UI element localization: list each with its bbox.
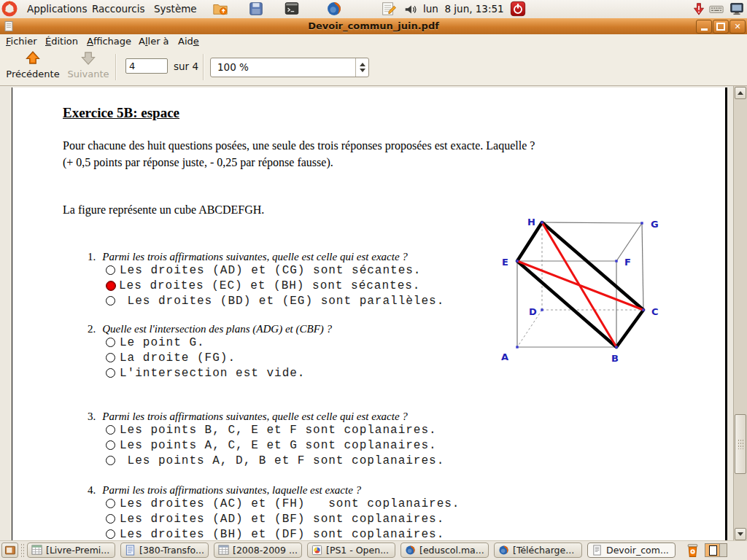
question-2: 2.Quelle est l'intersection des plans (A…	[88, 323, 332, 335]
pdf-document-icon	[592, 545, 603, 556]
taskbar-button-5[interactable]: [eduscol.ma...	[400, 542, 489, 558]
workspace-switcher[interactable]	[705, 543, 727, 557]
radio-button[interactable]	[106, 353, 115, 362]
notes-tray-icon[interactable]	[380, 1, 396, 17]
window-titlebar[interactable]: Devoir_commun_juin.pdf ✕	[0, 18, 747, 35]
vertex-label-A: A	[501, 351, 508, 362]
cube-red-diagonals	[517, 222, 643, 347]
vertical-scrollbar[interactable]	[733, 86, 747, 541]
zoom-spinner[interactable]	[355, 58, 368, 77]
window-title: Devoir_commun_juin.pdf	[0, 18, 747, 34]
cube-vertex-labels: A B C D E F G H	[501, 217, 659, 364]
workspace-window-thumbnail	[709, 545, 717, 556]
vertex-label-B: B	[611, 353, 619, 364]
save-floppy-launcher-icon[interactable]	[248, 1, 264, 17]
menu-edition[interactable]: Édition	[41, 34, 82, 49]
q4-option-3: Les droites (BH) et (DF) sont coplanaire…	[106, 528, 444, 540]
power-button-icon[interactable]	[510, 1, 526, 17]
menu-aller-a[interactable]: Aller à	[134, 34, 174, 49]
spreadsheet-icon	[31, 545, 42, 556]
firefox-icon	[498, 545, 509, 556]
taskbar-button-3[interactable]: [2008-2009 ...	[214, 542, 302, 558]
arrow-up-icon	[25, 56, 41, 67]
menubar: Fichier Édition Affichage Aller à Aide	[0, 34, 747, 50]
toolbar-separator	[203, 54, 204, 80]
clock[interactable]: lun 8 jun, 13:51	[423, 0, 504, 18]
q3-option-1: Les points B, C, E et F sont coplanaires…	[106, 424, 437, 436]
taskbar-handle[interactable]	[20, 543, 25, 557]
vertex-label-F: F	[624, 257, 631, 268]
q3-option-2: Les points A, C, E et G sont coplanaires…	[106, 439, 437, 451]
trash-icon[interactable]	[684, 542, 701, 559]
file-manager-launcher-icon[interactable]	[212, 1, 228, 17]
scroll-down-button[interactable]	[735, 528, 746, 540]
show-desktop-button[interactable]	[1, 542, 18, 558]
q4-option-1: Les droites (AC) et (FH) sont coplanaire…	[106, 497, 460, 510]
arrow-down-icon	[80, 56, 96, 67]
active-workspace[interactable]	[705, 544, 720, 556]
zoom-combobox[interactable]: 100 %	[210, 58, 369, 77]
radio-button[interactable]	[106, 338, 115, 347]
q1-option-1: Les droites (AD) et (CG) sont sécantes.	[106, 264, 421, 276]
q1-option-2: Les droites (EC) et (BH) sont sécantes.	[106, 279, 420, 292]
menu-applications[interactable]: Applications	[23, 0, 91, 18]
minimize-button[interactable]	[696, 20, 712, 34]
radio-button[interactable]	[106, 296, 115, 306]
menu-affichage[interactable]: Affichage	[82, 34, 136, 49]
radio-button[interactable]	[106, 456, 115, 465]
taskbar-button-7[interactable]: Devoir_com...	[587, 542, 676, 558]
taskbar-button-6[interactable]: [Télécharge...	[494, 542, 582, 558]
ubuntu-logo-icon[interactable]	[1, 1, 18, 17]
scroll-down-icon	[738, 532, 743, 536]
vertex-label-G: G	[651, 219, 659, 230]
q4-option-2: Les droites (AD) et (BF) sont coplanaire…	[106, 513, 444, 525]
document-view: Exercice 5B: espace Pour chacune des hui…	[0, 86, 747, 541]
radio-button[interactable]	[106, 265, 115, 275]
cube-figure: A B C D E F G H	[500, 211, 667, 366]
spin-down-icon[interactable]	[360, 69, 365, 72]
toolbar: Précédente Suivante sur 4 100 %	[0, 50, 747, 86]
q3-option-3: Les points A, D, B et F sont coplanaires…	[106, 454, 444, 467]
vertex-label-C: C	[651, 306, 659, 317]
figure-caption: La figure représente un cube ABCDEFGH.	[63, 203, 264, 217]
taskbar: [Livre-Premi... [380-Transfo... [2008-20…	[0, 540, 747, 560]
close-button[interactable]: ✕	[729, 20, 746, 34]
menu-aide[interactable]: Aide	[174, 34, 204, 49]
radio-button-selected[interactable]	[106, 281, 116, 291]
radio-button[interactable]	[106, 368, 115, 378]
updates-available-icon[interactable]	[692, 1, 705, 17]
volume-tray-icon[interactable]	[403, 1, 418, 17]
scrollbar-thumb[interactable]	[735, 414, 746, 474]
display-tray-icon[interactable]	[729, 1, 745, 17]
radio-button[interactable]	[106, 499, 115, 508]
keyboard-tray-icon[interactable]	[708, 1, 724, 17]
taskbar-button-2[interactable]: [380-Transfo...	[120, 542, 209, 558]
radio-button[interactable]	[106, 514, 115, 524]
menu-raccourcis[interactable]: Raccourcis	[88, 0, 149, 18]
intro-text-line2: (+ 0,5 points par réponse juste, - 0,25 …	[63, 156, 333, 169]
q1-option-3: Les droites (BD) et (EG) sont parallèles…	[106, 295, 444, 307]
menu-systeme[interactable]: Système	[150, 0, 201, 18]
terminal-launcher-icon[interactable]	[284, 1, 300, 17]
intro-text-line1: Pour chacune des huit questions posées, …	[63, 139, 535, 152]
question-4: 4.Parmi les trois affirmations suivantes…	[88, 484, 361, 497]
radio-button[interactable]	[106, 529, 115, 539]
desktop-icon	[4, 544, 17, 557]
radio-button[interactable]	[106, 440, 115, 450]
vertex-label-D: D	[529, 306, 537, 317]
spin-up-icon[interactable]	[360, 63, 365, 66]
page-number-input[interactable]	[125, 58, 168, 74]
radio-button[interactable]	[106, 425, 115, 435]
next-page-button[interactable]: Suivante	[67, 51, 109, 83]
menu-fichier[interactable]: Fichier	[1, 34, 42, 49]
scrollbar-grip	[738, 439, 744, 449]
firefox-launcher-icon[interactable]	[326, 1, 342, 17]
maximize-button[interactable]	[713, 20, 729, 34]
scroll-up-button[interactable]	[735, 87, 746, 99]
question-3: 3.Parmi les trois affirmations suivantes…	[88, 411, 408, 423]
previous-page-button[interactable]: Précédente	[3, 51, 63, 83]
taskbar-button-4[interactable]: [PS1 - Open...	[307, 542, 395, 558]
q2-option-2: La droite (FG).	[106, 351, 236, 364]
taskbar-button-1[interactable]: [Livre-Premi...	[27, 542, 115, 558]
toolbar-separator	[115, 54, 117, 80]
